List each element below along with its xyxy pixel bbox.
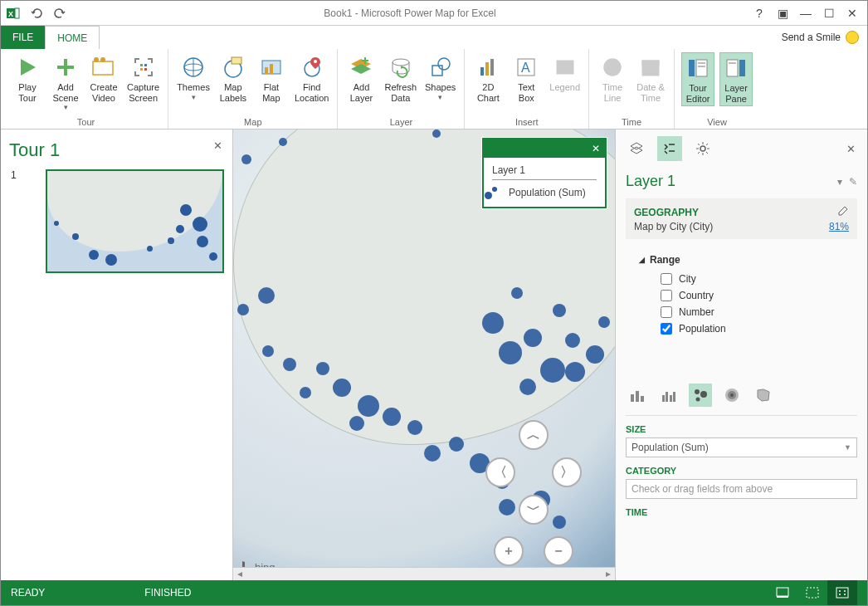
close-tour-panel-icon[interactable]: ✕ — [213, 139, 222, 152]
legend-layer-name: Layer 1 — [492, 164, 597, 180]
geography-edit-icon[interactable] — [837, 205, 849, 219]
group-label-tour: Tour — [11, 117, 161, 127]
svg-point-79 — [839, 590, 841, 592]
map-legend[interactable]: ✕ Layer 1 Population (Sum) — [482, 138, 607, 208]
svg-marker-36 — [401, 66, 404, 69]
time-heading: TIME — [626, 507, 857, 517]
status-view2-icon[interactable] — [797, 580, 827, 605]
nav-up-button[interactable]: ︿ — [519, 420, 549, 450]
fields-tab-icon[interactable] — [657, 136, 682, 161]
field-checkbox[interactable] — [661, 323, 672, 335]
legend-close-icon[interactable]: ✕ — [592, 143, 600, 154]
svg-rect-19 — [140, 68, 143, 71]
textbox-icon: A — [513, 54, 539, 81]
svg-point-8 — [100, 57, 105, 62]
field-item-number[interactable]: Number — [629, 304, 854, 320]
layer-collapse-icon[interactable]: ▾ — [837, 176, 842, 188]
tour-title: Tour 1 — [9, 139, 224, 161]
find-location-icon — [299, 54, 325, 81]
mapping-confidence[interactable]: 81% — [829, 221, 849, 232]
field-checkbox[interactable] — [661, 290, 672, 301]
size-field-dropdown[interactable]: Population (Sum)▼ — [626, 437, 857, 457]
tour-editor-icon — [685, 55, 711, 81]
play-tour-button[interactable]: Play Tour — [11, 52, 44, 105]
tab-file[interactable]: FILE — [1, 26, 45, 49]
viz-bubble-icon[interactable] — [689, 384, 712, 407]
field-item-country[interactable]: Country — [629, 287, 854, 304]
map-labels-icon — [220, 54, 246, 81]
title-bar: X Book1 - Microsoft Power Map for Excel … — [1, 1, 867, 26]
themes-button[interactable]: Themes▾ — [175, 52, 212, 103]
tour-editor-button[interactable]: Tour Editor — [681, 52, 714, 106]
svg-rect-77 — [807, 588, 818, 598]
horizontal-scrollbar[interactable]: ◂▸ — [233, 567, 615, 580]
scene-thumbnail[interactable] — [46, 169, 224, 273]
layer-pane-button[interactable]: Layer Pane — [719, 52, 753, 106]
add-scene-icon — [52, 54, 79, 81]
nav-right-button[interactable]: 〉 — [552, 457, 582, 487]
add-scene-button[interactable]: Add Scene▾ — [49, 52, 82, 114]
2d-chart-button[interactable]: 2D Chart — [471, 52, 505, 105]
close-layer-pane-icon[interactable]: ✕ — [846, 143, 859, 155]
svg-rect-10 — [134, 58, 136, 63]
ribbon: Play Tour Add Scene▾ Create Video Captur… — [1, 49, 867, 130]
field-checkbox[interactable] — [661, 306, 672, 318]
send-a-smile[interactable]: Send a Smile — [782, 26, 867, 49]
refresh-data-button[interactable]: Refresh Data — [383, 52, 418, 105]
viz-stacked-column-icon[interactable] — [626, 384, 649, 407]
timeline-icon — [599, 54, 626, 81]
group-label-time: Time — [596, 117, 667, 127]
viz-clustered-column-icon[interactable] — [657, 384, 680, 407]
svg-rect-40 — [485, 62, 489, 76]
category-field-dropzone[interactable]: Check or drag fields from above — [626, 479, 857, 499]
svg-marker-59 — [631, 143, 642, 149]
svg-rect-17 — [140, 64, 143, 66]
video-icon — [90, 54, 117, 81]
viz-heatmap-icon[interactable] — [720, 384, 744, 407]
settings-tab-icon[interactable] — [690, 136, 715, 161]
zoom-out-button[interactable]: − — [544, 536, 573, 566]
status-view1-icon[interactable] — [768, 580, 797, 605]
minimize-icon[interactable]: — — [797, 7, 814, 20]
create-video-button[interactable]: Create Video — [87, 52, 120, 105]
group-label-map: Map — [175, 117, 330, 127]
field-item-city[interactable]: City — [629, 271, 854, 287]
layers-tab-icon[interactable] — [624, 136, 649, 161]
flat-map-button[interactable]: Flat Map — [255, 52, 288, 105]
svg-text:X: X — [8, 10, 13, 18]
add-layer-button[interactable]: Add Layer — [344, 52, 378, 105]
shapes-button[interactable]: Shapes▾ — [423, 52, 457, 103]
tour-panel: Tour 1 ✕ 1 — [1, 130, 233, 580]
viz-region-icon[interactable] — [752, 384, 775, 407]
find-location-button[interactable]: Find Location — [293, 52, 331, 105]
help-icon[interactable]: ? — [751, 7, 768, 20]
legend-icon — [552, 54, 578, 81]
svg-rect-76 — [777, 596, 788, 598]
tab-home[interactable]: HOME — [45, 26, 100, 49]
nav-left-button[interactable]: 〈 — [485, 457, 515, 487]
capture-screen-button[interactable]: Capture Screen — [125, 52, 161, 105]
svg-rect-27 — [265, 67, 268, 74]
svg-rect-64 — [641, 396, 644, 402]
map-canvas[interactable]: ✕ Layer 1 Population (Sum) ︿ 〈 〉 ﹀ + − b… — [233, 130, 615, 580]
status-finished: FINISHED — [144, 587, 191, 599]
svg-rect-51 — [642, 61, 659, 65]
svg-point-35 — [393, 59, 409, 66]
redo-icon[interactable] — [51, 4, 69, 22]
status-view3-icon[interactable] — [827, 580, 857, 605]
datetime-icon — [637, 54, 664, 81]
undo-icon[interactable] — [27, 4, 46, 22]
field-item-population[interactable]: Population — [629, 320, 854, 337]
svg-point-82 — [844, 594, 846, 595]
svg-point-69 — [695, 389, 700, 394]
ribbon-options-icon[interactable]: ▣ — [774, 7, 791, 20]
map-labels-button[interactable]: Map Labels — [217, 52, 250, 105]
svg-point-81 — [839, 594, 841, 595]
field-checkbox[interactable] — [661, 273, 672, 285]
maximize-icon[interactable]: ☐ — [821, 7, 837, 20]
close-icon[interactable]: ✕ — [844, 7, 861, 20]
nav-down-button[interactable]: ﹀ — [519, 495, 549, 525]
layer-rename-icon[interactable]: ✎ — [849, 176, 857, 188]
text-box-button[interactable]: A Text Box — [510, 52, 543, 105]
zoom-in-button[interactable]: + — [494, 536, 524, 566]
